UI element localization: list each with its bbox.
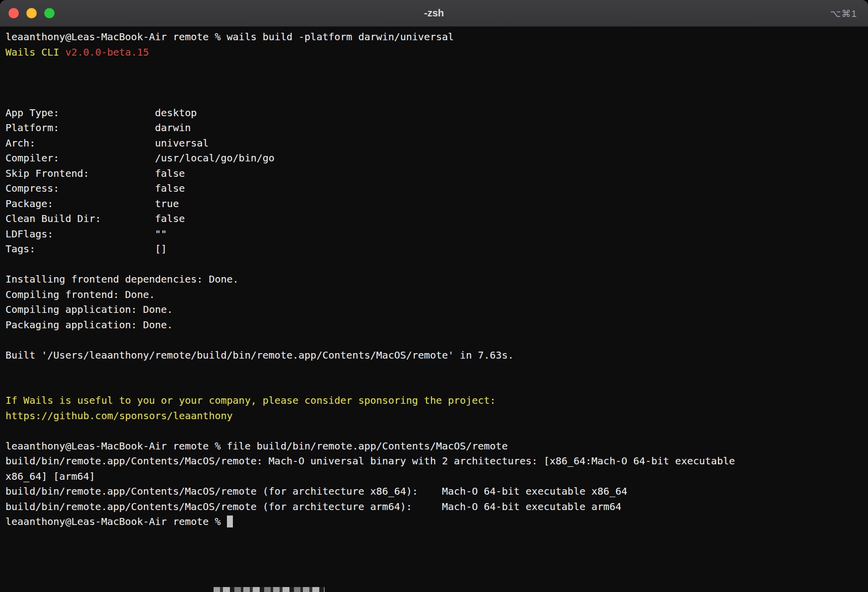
terminal-text-segment: https://github.com/sponsors/leaanthony: [5, 410, 233, 422]
terminal-text-segment: leaanthony@Leas-MacBook-Air remote % wai…: [5, 31, 454, 43]
terminal-text-segment: Skip Frontend: false: [5, 167, 185, 179]
terminal-text-segment: Wails CLI: [5, 46, 65, 58]
terminal-line: App Type: desktop: [5, 105, 868, 121]
terminal-text-segment: v2.0.0-beta.15: [65, 46, 149, 58]
terminal-line: Wails CLI v2.0.0-beta.15: [5, 45, 868, 60]
terminal-line: Arch: universal: [5, 136, 868, 151]
terminal-text-segment: Arch: universal: [5, 137, 209, 149]
terminal-line: Platform: darwin: [5, 120, 868, 136]
terminal-text-segment: Compiling frontend: Done.: [5, 289, 155, 300]
terminal-line: Package: true: [5, 196, 868, 212]
terminal-text-segment: build/bin/remote.app/Contents/MacOS/remo…: [5, 455, 735, 467]
terminal-line: build/bin/remote.app/Contents/MacOS/remo…: [5, 484, 868, 499]
terminal-text-segment: Installing frontend dependencies: Done.: [5, 273, 239, 285]
terminal-text-segment: App Type: desktop: [5, 107, 197, 119]
terminal-text-segment: Package: true: [5, 198, 179, 210]
terminal-text-segment: Clean Build Dir: false: [5, 213, 185, 224]
obscured-window-fragment: [214, 587, 325, 592]
terminal-line: Clean Build Dir: false: [5, 211, 868, 226]
terminal-line: [5, 257, 868, 272]
terminal-line: leaanthony@Leas-MacBook-Air remote % wai…: [5, 29, 868, 45]
terminal-line: If Wails is useful to you or your compan…: [5, 393, 868, 408]
terminal-line: Compress: false: [5, 181, 868, 196]
close-button[interactable]: [8, 8, 19, 18]
terminal-text-segment: Platform: darwin: [5, 122, 191, 134]
terminal-line: x86_64] [arm64]: [5, 469, 868, 484]
cursor-block: [227, 516, 233, 527]
terminal-text-segment: x86_64] [arm64]: [5, 470, 95, 482]
terminal-text-segment: Compress: false: [5, 182, 185, 194]
titlebar[interactable]: -zsh ⌥⌘1: [0, 0, 868, 27]
terminal-text-segment: If Wails is useful to you or your compan…: [5, 394, 496, 406]
terminal-text-segment: Compiling application: Done.: [5, 303, 173, 315]
terminal-line: leaanthony@Leas-MacBook-Air remote %: [5, 514, 868, 529]
terminal-line: [5, 363, 868, 378]
terminal-line: Compiler: /usr/local/go/bin/go: [5, 150, 868, 166]
terminal-line: [5, 332, 868, 348]
terminal-line: Packaging application: Done.: [5, 317, 868, 333]
terminal-text-segment: leaanthony@Leas-MacBook-Air remote %: [5, 516, 227, 527]
terminal-text-segment: build/bin/remote.app/Contents/MacOS/remo…: [5, 501, 621, 513]
terminal-line: Tags: []: [5, 241, 868, 257]
terminal-line: leaanthony@Leas-MacBook-Air remote % fil…: [5, 439, 868, 454]
minimize-button[interactable]: [26, 8, 37, 18]
terminal-line: [5, 378, 868, 393]
traffic-lights: [8, 8, 55, 18]
terminal-line: [5, 75, 868, 90]
terminal-window: -zsh ⌥⌘1 leaanthony@Leas-MacBook-Air rem…: [0, 0, 868, 592]
terminal-text-segment: Packaging application: Done.: [5, 319, 173, 331]
terminal-line: Built '/Users/leaanthony/remote/build/bi…: [5, 348, 868, 363]
window-title: -zsh: [0, 7, 868, 19]
terminal-text-segment: leaanthony@Leas-MacBook-Air remote % fil…: [5, 440, 507, 452]
terminal-line: Skip Frontend: false: [5, 166, 868, 181]
terminal-line: LDFlags: "": [5, 226, 868, 242]
terminal-line: Compiling frontend: Done.: [5, 287, 868, 302]
terminal-text-segment: LDFlags: "": [5, 228, 167, 240]
terminal-text-segment: Built '/Users/leaanthony/remote/build/bi…: [5, 349, 514, 361]
terminal-line: build/bin/remote.app/Contents/MacOS/remo…: [5, 499, 868, 515]
terminal-text-segment: Tags: []: [5, 243, 167, 255]
terminal-line: [5, 60, 868, 75]
terminal-text-segment: Compiler: /usr/local/go/bin/go: [5, 152, 275, 164]
terminal-line: build/bin/remote.app/Contents/MacOS/remo…: [5, 453, 868, 469]
terminal-line: [5, 90, 868, 105]
terminal-line: Compiling application: Done.: [5, 302, 868, 317]
terminal-output[interactable]: leaanthony@Leas-MacBook-Air remote % wai…: [0, 27, 868, 529]
terminal-line: [5, 423, 868, 439]
terminal-text-segment: build/bin/remote.app/Contents/MacOS/remo…: [5, 485, 627, 497]
tab-shortcut-hint: ⌥⌘1: [830, 7, 857, 19]
terminal-line: Installing frontend dependencies: Done.: [5, 272, 868, 287]
zoom-button[interactable]: [44, 8, 55, 18]
terminal-line: https://github.com/sponsors/leaanthony: [5, 408, 868, 424]
